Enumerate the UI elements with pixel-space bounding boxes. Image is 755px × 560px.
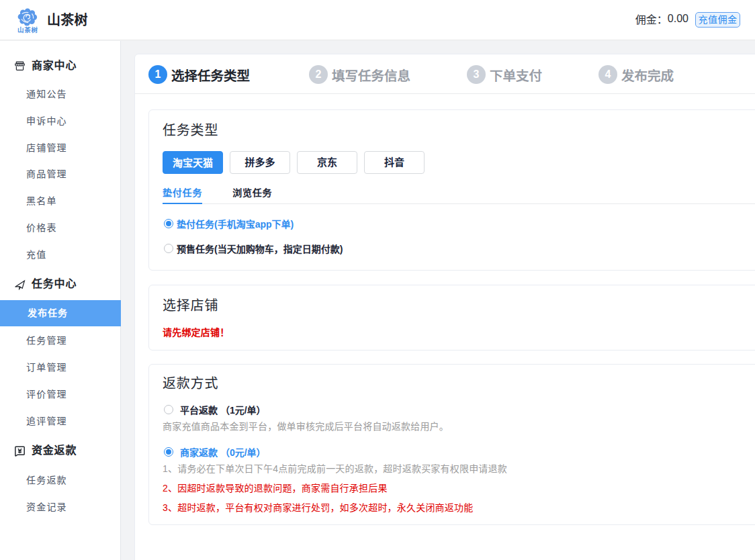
svg-text:山茶树: 山茶树 xyxy=(17,26,38,34)
